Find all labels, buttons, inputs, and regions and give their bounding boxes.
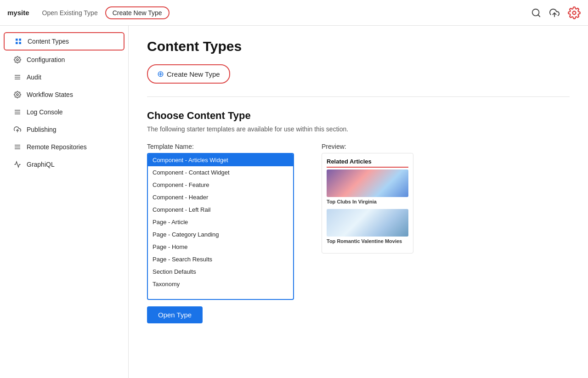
template-section: Template Name: Component - Articles Widg… [147,143,294,323]
search-button[interactable] [531,8,541,18]
sidebar-item-label: Content Types [28,38,69,45]
sidebar-item-publishing[interactable]: Publishing [4,121,124,138]
upload-icon [549,8,560,18]
search-icon [531,8,541,18]
log-icon [13,108,22,116]
sidebar-item-label: Remote Repositories [27,143,87,151]
svg-point-12 [17,94,18,96]
svg-rect-7 [19,42,21,44]
sidebar-item-label: Audit [27,73,41,81]
content-area: Template Name: Component - Articles Widg… [147,143,570,323]
template-item-contact-widget[interactable]: Component - Contact Widget [148,166,293,179]
upload-button[interactable] [549,8,560,18]
publishing-icon [13,126,22,133]
preview-article-image-2 [327,209,408,237]
sidebar-item-audit[interactable]: Audit [4,69,124,85]
remote-icon [13,143,22,151]
template-item-category-landing[interactable]: Page - Category Landing [148,228,293,241]
create-new-type-button[interactable]: ⊕ Create New Type [147,64,230,84]
settings-icon [568,6,581,19]
template-item-taxonomy[interactable]: Taxonomy [148,278,293,290]
sidebar-item-remote-repositories[interactable]: Remote Repositories [4,139,124,155]
preview-article-image-1 [327,169,408,197]
sidebar-item-label: Publishing [27,126,57,133]
audit-icon [13,73,22,81]
configuration-icon [13,56,22,63]
topbar-actions [531,6,581,19]
workflow-icon [13,91,22,98]
preview-label: Preview: [322,143,413,150]
sidebar-item-label: Configuration [27,56,65,63]
template-item-articles-widget[interactable]: Component - Articles Widget [148,154,293,166]
template-item-page-home[interactable]: Page - Home [148,241,293,253]
template-item-page-article[interactable]: Page - Article [148,216,293,228]
template-list[interactable]: Component - Articles Widget Component - … [147,153,294,300]
svg-rect-6 [16,42,18,44]
preview-card-title: Related Articles [327,158,408,168]
preview-article-caption-2: Top Romantic Valentine Movies [327,238,408,244]
choose-content-type-desc: The following starter templates are avai… [147,125,570,133]
preview-article-1: Top Clubs In Virginia [327,169,408,204]
page-title: Content Types [147,39,570,54]
template-item-feature[interactable]: Component - Feature [148,179,293,191]
template-label: Template Name: [147,143,294,150]
settings-button[interactable] [568,6,581,19]
sidebar-item-label: Workflow States [27,91,73,98]
open-existing-type-link[interactable]: Open Existing Type [39,7,102,18]
sidebar-item-label: Log Console [27,108,63,116]
divider [147,96,570,97]
svg-point-8 [17,59,18,61]
create-btn-label: Create New Type [167,70,220,78]
graphiql-icon [13,161,22,168]
topbar-nav: Open Existing Type Create New Type [39,6,170,19]
template-item-section-defaults[interactable]: Section Defaults [148,265,293,278]
open-type-button[interactable]: Open Type [147,306,203,323]
preview-article-caption-1: Top Clubs In Virginia [327,199,408,204]
svg-rect-5 [19,39,21,41]
svg-rect-4 [16,39,18,41]
sidebar-item-label: GraphiQL [27,161,55,168]
plus-icon: ⊕ [157,69,164,79]
main-content: Content Types ⊕ Create New Type Choose C… [129,26,588,378]
sidebar-item-content-types[interactable]: Content Types [4,32,124,51]
layout: Content Types Configuration Audit Workfl… [0,26,588,378]
sidebar-item-graphiql[interactable]: GraphiQL [4,156,124,173]
template-item-left-rail[interactable]: Component - Left Rail [148,203,293,216]
preview-article-2: Top Romantic Valentine Movies [327,209,408,244]
preview-card: Related Articles Top Clubs In Virginia T… [322,153,413,254]
site-name: mysite [7,9,29,17]
sidebar-item-workflow-states[interactable]: Workflow States [4,86,124,103]
topbar: mysite Open Existing Type Create New Typ… [0,0,588,26]
grid-icon [14,38,23,45]
svg-line-1 [538,15,540,17]
choose-content-type-title: Choose Content Type [147,110,570,122]
sidebar-item-configuration[interactable]: Configuration [4,51,124,68]
sidebar: Content Types Configuration Audit Workfl… [0,26,129,378]
template-item-search-results[interactable]: Page - Search Results [148,253,293,265]
create-new-type-link[interactable]: Create New Type [105,6,170,19]
preview-section: Preview: Related Articles Top Clubs In V… [322,143,413,254]
template-item-header[interactable]: Component - Header [148,191,293,203]
svg-point-3 [573,11,576,14]
sidebar-item-log-console[interactable]: Log Console [4,104,124,120]
